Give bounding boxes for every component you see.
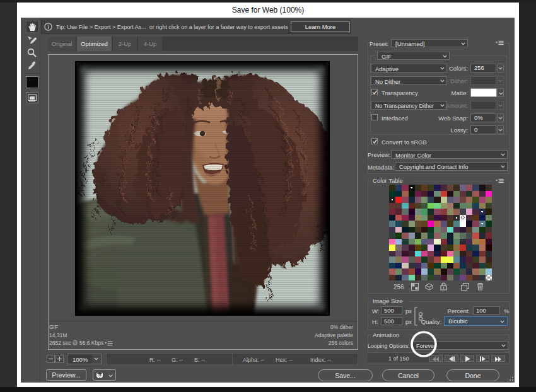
svg-text:?: ? <box>98 373 102 379</box>
